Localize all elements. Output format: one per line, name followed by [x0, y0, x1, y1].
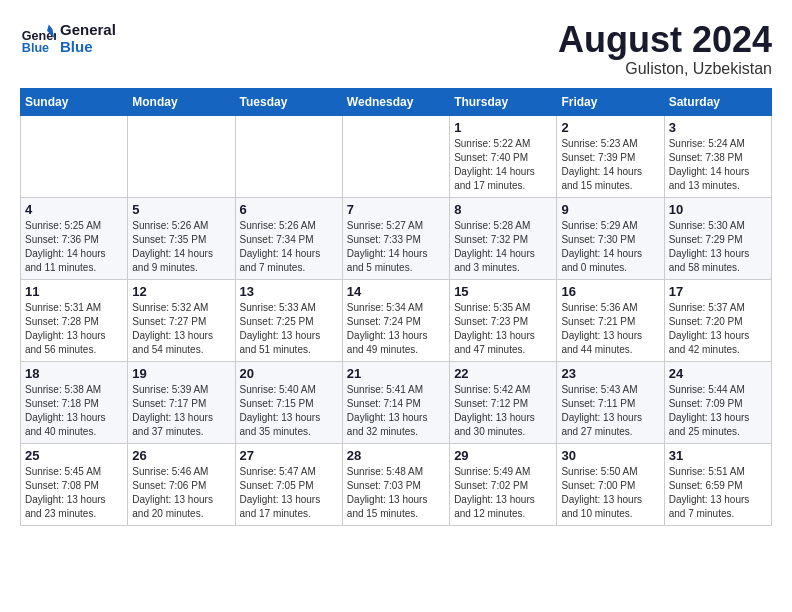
day-number: 31 [669, 448, 767, 463]
calendar-cell [342, 115, 449, 197]
title-block: August 2024 Guliston, Uzbekistan [558, 20, 772, 78]
day-info: Sunrise: 5:39 AM Sunset: 7:17 PM Dayligh… [132, 383, 230, 439]
day-number: 24 [669, 366, 767, 381]
calendar-cell [128, 115, 235, 197]
day-number: 22 [454, 366, 552, 381]
day-info: Sunrise: 5:42 AM Sunset: 7:12 PM Dayligh… [454, 383, 552, 439]
calendar-cell: 17Sunrise: 5:37 AM Sunset: 7:20 PM Dayli… [664, 279, 771, 361]
day-info: Sunrise: 5:50 AM Sunset: 7:00 PM Dayligh… [561, 465, 659, 521]
col-header-thursday: Thursday [450, 88, 557, 115]
day-info: Sunrise: 5:22 AM Sunset: 7:40 PM Dayligh… [454, 137, 552, 193]
calendar-cell: 20Sunrise: 5:40 AM Sunset: 7:15 PM Dayli… [235, 361, 342, 443]
logo-general: General [60, 21, 116, 38]
day-number: 17 [669, 284, 767, 299]
day-number: 29 [454, 448, 552, 463]
day-info: Sunrise: 5:35 AM Sunset: 7:23 PM Dayligh… [454, 301, 552, 357]
calendar-cell: 9Sunrise: 5:29 AM Sunset: 7:30 PM Daylig… [557, 197, 664, 279]
day-number: 19 [132, 366, 230, 381]
calendar-week-row: 18Sunrise: 5:38 AM Sunset: 7:18 PM Dayli… [21, 361, 772, 443]
calendar-cell: 15Sunrise: 5:35 AM Sunset: 7:23 PM Dayli… [450, 279, 557, 361]
day-info: Sunrise: 5:44 AM Sunset: 7:09 PM Dayligh… [669, 383, 767, 439]
calendar-cell [235, 115, 342, 197]
day-info: Sunrise: 5:33 AM Sunset: 7:25 PM Dayligh… [240, 301, 338, 357]
calendar-week-row: 4Sunrise: 5:25 AM Sunset: 7:36 PM Daylig… [21, 197, 772, 279]
logo-blue: Blue [60, 38, 116, 55]
calendar-cell: 12Sunrise: 5:32 AM Sunset: 7:27 PM Dayli… [128, 279, 235, 361]
col-header-wednesday: Wednesday [342, 88, 449, 115]
day-info: Sunrise: 5:27 AM Sunset: 7:33 PM Dayligh… [347, 219, 445, 275]
calendar-cell: 24Sunrise: 5:44 AM Sunset: 7:09 PM Dayli… [664, 361, 771, 443]
day-number: 28 [347, 448, 445, 463]
day-number: 5 [132, 202, 230, 217]
day-info: Sunrise: 5:43 AM Sunset: 7:11 PM Dayligh… [561, 383, 659, 439]
col-header-friday: Friday [557, 88, 664, 115]
calendar-cell: 6Sunrise: 5:26 AM Sunset: 7:34 PM Daylig… [235, 197, 342, 279]
day-number: 15 [454, 284, 552, 299]
day-info: Sunrise: 5:28 AM Sunset: 7:32 PM Dayligh… [454, 219, 552, 275]
calendar-cell: 11Sunrise: 5:31 AM Sunset: 7:28 PM Dayli… [21, 279, 128, 361]
calendar-week-row: 1Sunrise: 5:22 AM Sunset: 7:40 PM Daylig… [21, 115, 772, 197]
location-title: Guliston, Uzbekistan [558, 60, 772, 78]
day-number: 30 [561, 448, 659, 463]
calendar-cell: 31Sunrise: 5:51 AM Sunset: 6:59 PM Dayli… [664, 443, 771, 525]
logo: General Blue General Blue [20, 20, 116, 56]
calendar-cell: 4Sunrise: 5:25 AM Sunset: 7:36 PM Daylig… [21, 197, 128, 279]
day-number: 25 [25, 448, 123, 463]
col-header-saturday: Saturday [664, 88, 771, 115]
day-info: Sunrise: 5:29 AM Sunset: 7:30 PM Dayligh… [561, 219, 659, 275]
day-number: 8 [454, 202, 552, 217]
day-info: Sunrise: 5:41 AM Sunset: 7:14 PM Dayligh… [347, 383, 445, 439]
day-info: Sunrise: 5:40 AM Sunset: 7:15 PM Dayligh… [240, 383, 338, 439]
calendar-cell: 16Sunrise: 5:36 AM Sunset: 7:21 PM Dayli… [557, 279, 664, 361]
day-number: 2 [561, 120, 659, 135]
calendar-cell: 28Sunrise: 5:48 AM Sunset: 7:03 PM Dayli… [342, 443, 449, 525]
calendar-week-row: 25Sunrise: 5:45 AM Sunset: 7:08 PM Dayli… [21, 443, 772, 525]
calendar-cell: 25Sunrise: 5:45 AM Sunset: 7:08 PM Dayli… [21, 443, 128, 525]
calendar-cell: 2Sunrise: 5:23 AM Sunset: 7:39 PM Daylig… [557, 115, 664, 197]
day-number: 4 [25, 202, 123, 217]
calendar-cell: 27Sunrise: 5:47 AM Sunset: 7:05 PM Dayli… [235, 443, 342, 525]
day-number: 1 [454, 120, 552, 135]
day-number: 16 [561, 284, 659, 299]
day-info: Sunrise: 5:23 AM Sunset: 7:39 PM Dayligh… [561, 137, 659, 193]
day-info: Sunrise: 5:26 AM Sunset: 7:35 PM Dayligh… [132, 219, 230, 275]
calendar-cell: 7Sunrise: 5:27 AM Sunset: 7:33 PM Daylig… [342, 197, 449, 279]
day-info: Sunrise: 5:25 AM Sunset: 7:36 PM Dayligh… [25, 219, 123, 275]
calendar-cell: 21Sunrise: 5:41 AM Sunset: 7:14 PM Dayli… [342, 361, 449, 443]
day-info: Sunrise: 5:45 AM Sunset: 7:08 PM Dayligh… [25, 465, 123, 521]
day-number: 20 [240, 366, 338, 381]
day-info: Sunrise: 5:38 AM Sunset: 7:18 PM Dayligh… [25, 383, 123, 439]
month-year-title: August 2024 [558, 20, 772, 60]
day-number: 23 [561, 366, 659, 381]
day-info: Sunrise: 5:34 AM Sunset: 7:24 PM Dayligh… [347, 301, 445, 357]
calendar-cell [21, 115, 128, 197]
calendar-cell: 14Sunrise: 5:34 AM Sunset: 7:24 PM Dayli… [342, 279, 449, 361]
calendar-week-row: 11Sunrise: 5:31 AM Sunset: 7:28 PM Dayli… [21, 279, 772, 361]
svg-text:Blue: Blue [22, 41, 49, 55]
calendar-cell: 10Sunrise: 5:30 AM Sunset: 7:29 PM Dayli… [664, 197, 771, 279]
day-info: Sunrise: 5:49 AM Sunset: 7:02 PM Dayligh… [454, 465, 552, 521]
day-info: Sunrise: 5:48 AM Sunset: 7:03 PM Dayligh… [347, 465, 445, 521]
calendar-cell: 8Sunrise: 5:28 AM Sunset: 7:32 PM Daylig… [450, 197, 557, 279]
col-header-tuesday: Tuesday [235, 88, 342, 115]
day-number: 11 [25, 284, 123, 299]
day-number: 7 [347, 202, 445, 217]
day-number: 14 [347, 284, 445, 299]
day-info: Sunrise: 5:32 AM Sunset: 7:27 PM Dayligh… [132, 301, 230, 357]
col-header-monday: Monday [128, 88, 235, 115]
day-number: 3 [669, 120, 767, 135]
day-info: Sunrise: 5:26 AM Sunset: 7:34 PM Dayligh… [240, 219, 338, 275]
calendar-cell: 30Sunrise: 5:50 AM Sunset: 7:00 PM Dayli… [557, 443, 664, 525]
calendar-cell: 22Sunrise: 5:42 AM Sunset: 7:12 PM Dayli… [450, 361, 557, 443]
logo-icon: General Blue [20, 20, 56, 56]
day-number: 6 [240, 202, 338, 217]
calendar-cell: 5Sunrise: 5:26 AM Sunset: 7:35 PM Daylig… [128, 197, 235, 279]
day-number: 18 [25, 366, 123, 381]
calendar-cell: 13Sunrise: 5:33 AM Sunset: 7:25 PM Dayli… [235, 279, 342, 361]
day-info: Sunrise: 5:24 AM Sunset: 7:38 PM Dayligh… [669, 137, 767, 193]
day-number: 10 [669, 202, 767, 217]
calendar-cell: 29Sunrise: 5:49 AM Sunset: 7:02 PM Dayli… [450, 443, 557, 525]
col-header-sunday: Sunday [21, 88, 128, 115]
day-number: 9 [561, 202, 659, 217]
calendar-cell: 23Sunrise: 5:43 AM Sunset: 7:11 PM Dayli… [557, 361, 664, 443]
